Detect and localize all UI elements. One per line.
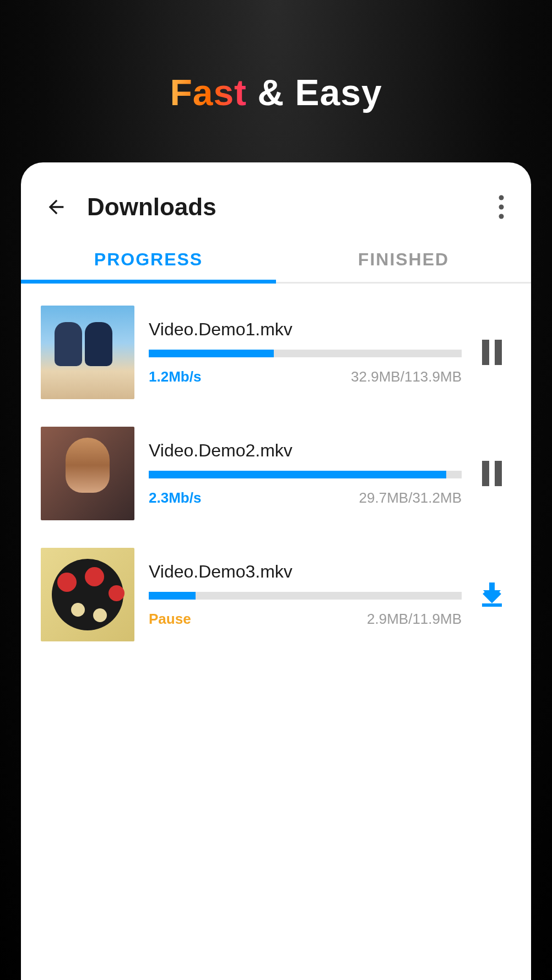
tab-indicator — [21, 280, 276, 284]
svg-rect-5 — [482, 603, 502, 607]
svg-point-1 — [499, 205, 504, 210]
progress-fill — [149, 350, 274, 357]
hero-tagline: Fast & Easy — [0, 0, 552, 113]
download-stats: 2.3Mb/s 29.7MB/31.2MB — [149, 489, 462, 507]
download-size: 29.7MB/31.2MB — [359, 489, 462, 507]
download-info: Video.Demo1.mkv 1.2Mb/s 32.9MB/113.9MB — [149, 319, 462, 385]
tab-finished[interactable]: FINISHED — [276, 237, 531, 282]
progress-bar — [149, 592, 462, 600]
arrow-left-icon — [45, 196, 67, 218]
progress-fill — [149, 471, 446, 478]
more-menu-button[interactable] — [488, 194, 515, 220]
progress-bar — [149, 471, 462, 478]
svg-point-0 — [499, 195, 504, 200]
download-icon — [479, 581, 505, 608]
svg-point-2 — [499, 214, 504, 219]
download-size: 2.9MB/11.9MB — [367, 611, 462, 628]
download-stats: Pause 2.9MB/11.9MB — [149, 611, 462, 628]
download-status: Pause — [149, 611, 191, 628]
download-list: Video.Demo1.mkv 1.2Mb/s 32.9MB/113.9MB — [21, 284, 531, 641]
download-speed: 2.3Mb/s — [149, 489, 201, 507]
more-vertical-icon — [499, 195, 504, 219]
back-button[interactable] — [43, 194, 69, 220]
video-thumbnail[interactable] — [41, 548, 134, 641]
download-item: Video.Demo2.mkv 2.3Mb/s 29.7MB/31.2MB — [41, 427, 511, 520]
hero-word-fast: Fast — [170, 72, 247, 113]
download-stats: 1.2Mb/s 32.9MB/113.9MB — [149, 368, 462, 385]
download-speed: 1.2Mb/s — [149, 368, 201, 385]
download-info: Video.Demo3.mkv Pause 2.9MB/11.9MB — [149, 562, 462, 628]
tab-progress[interactable]: PROGRESS — [21, 237, 276, 282]
filename: Video.Demo2.mkv — [149, 440, 462, 461]
pause-button[interactable] — [473, 461, 511, 486]
hero-word-easy: & Easy — [247, 72, 382, 113]
tab-bar: PROGRESS FINISHED — [21, 237, 531, 284]
pause-button[interactable] — [473, 340, 511, 365]
download-item: Video.Demo3.mkv Pause 2.9MB/11.9MB — [41, 548, 511, 641]
pause-icon — [482, 461, 502, 486]
svg-rect-4 — [489, 582, 495, 594]
progress-bar — [149, 350, 462, 357]
progress-fill — [149, 592, 196, 600]
download-item: Video.Demo1.mkv 1.2Mb/s 32.9MB/113.9MB — [41, 306, 511, 399]
video-thumbnail[interactable] — [41, 427, 134, 520]
resume-download-button[interactable] — [473, 581, 511, 608]
filename: Video.Demo1.mkv — [149, 319, 462, 340]
app-header: Downloads — [21, 184, 531, 237]
app-screen: Downloads PROGRESS FINISHED Video.Demo1.… — [21, 162, 531, 980]
page-title: Downloads — [87, 193, 488, 221]
download-info: Video.Demo2.mkv 2.3Mb/s 29.7MB/31.2MB — [149, 440, 462, 507]
filename: Video.Demo3.mkv — [149, 562, 462, 582]
video-thumbnail[interactable] — [41, 306, 134, 399]
download-size: 32.9MB/113.9MB — [351, 368, 462, 385]
pause-icon — [482, 340, 502, 365]
